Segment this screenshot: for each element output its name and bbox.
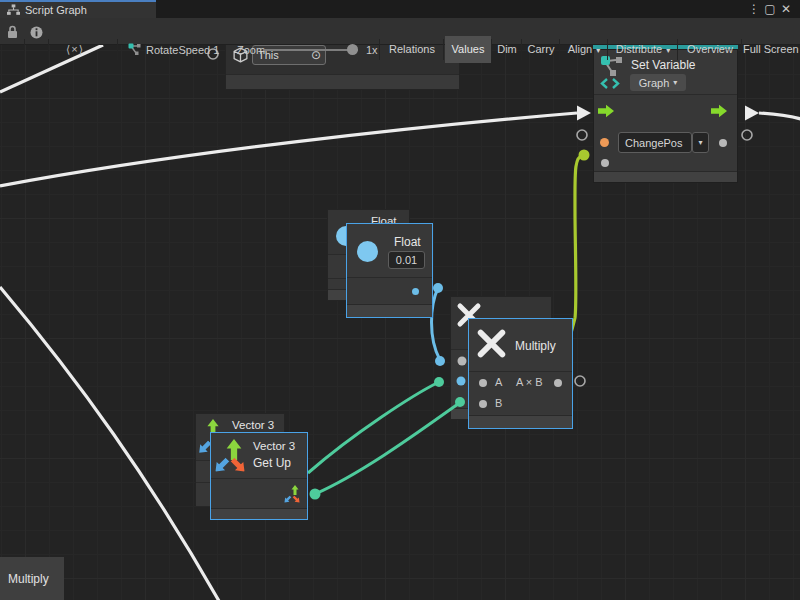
graph-icon <box>7 4 20 16</box>
caret-down-icon: ▾ <box>666 46 670 55</box>
toolbar-button-carry[interactable]: Carry <box>523 36 559 63</box>
port-label-b: B <box>495 397 502 409</box>
status-label-box: Multiply <box>0 557 64 600</box>
node-title: Vector 3 <box>253 440 295 452</box>
variable-scope-dropdown[interactable]: Graph ▾ <box>630 74 686 91</box>
node-multiply[interactable]: Multiply A A × B B <box>468 318 573 429</box>
caret-down-icon: ▾ <box>673 78 677 87</box>
zoom-label: Zoom <box>237 44 265 56</box>
node-operation: Get Up <box>253 456 291 470</box>
float-icon <box>357 241 378 262</box>
variable-name-dropdown[interactable]: ▾ <box>692 132 709 153</box>
graph-breadcrumb-icon <box>128 43 141 56</box>
control-input-arrow-icon[interactable] <box>598 103 614 119</box>
node-title: Float <box>394 235 421 249</box>
toolbar-button-full-screen[interactable]: Full Screen <box>743 36 800 63</box>
breadcrumb-graph-title[interactable]: RotateSpeed 1 <box>146 44 219 56</box>
port-variable-name-in[interactable] <box>600 138 609 147</box>
toolbar-button-values[interactable]: Values <box>445 36 491 63</box>
tab-bar: Script Graph ⋮ ▢ ✕ <box>0 0 800 18</box>
port-label-a: A <box>495 376 502 388</box>
window-menu-icon[interactable]: ⋮ <box>748 1 760 17</box>
node-title: Vector 3 <box>232 419 274 431</box>
port-multiply-out[interactable] <box>554 379 562 387</box>
toolbar-button-dim[interactable]: Dim <box>493 36 521 63</box>
zoom-value: 1x <box>366 44 378 56</box>
graph-toolbar: ⟨×⟩ RotateSpeed 1 Zoom 1x Relations Valu… <box>0 18 800 45</box>
caret-down-icon: ▾ <box>596 46 600 55</box>
info-icon <box>30 26 43 39</box>
node-title: Multiply <box>515 339 556 353</box>
port-multiply-b[interactable] <box>479 400 487 408</box>
node-set-variable[interactable]: Set Variable Graph ▾ ChangePos <box>593 43 738 183</box>
variable-name-field[interactable]: ChangePos <box>618 132 692 153</box>
multiply-icon <box>477 329 506 358</box>
script-graph-window: Float Vector 3 <box>0 0 800 600</box>
x-glyph-icon: × <box>71 43 78 55</box>
toolbar-button-relations[interactable]: Relations <box>381 36 443 63</box>
port-label-axb: A × B <box>516 376 543 388</box>
port-multiply-a[interactable] <box>479 379 487 387</box>
port-variable-out[interactable] <box>719 139 727 147</box>
window-maximize-icon[interactable]: ▢ <box>763 1 777 17</box>
node-float[interactable]: Float 0.01 <box>346 223 433 318</box>
lock-button[interactable] <box>6 25 19 43</box>
zoom-slider-track[interactable] <box>263 49 358 51</box>
float-value-field[interactable]: 0.01 <box>388 251 425 269</box>
tab-script-graph[interactable]: Script Graph <box>0 0 156 18</box>
toolbar-button-distribute[interactable]: Distribute▾ <box>609 36 677 63</box>
status-label: Multiply <box>8 572 49 586</box>
caret-down-icon: ▾ <box>698 138 702 147</box>
control-output-arrow-icon[interactable] <box>711 103 727 119</box>
toolbar-button-overview[interactable]: Overview <box>679 36 741 63</box>
node-vector3-get-up[interactable]: Vector 3 Get Up <box>210 432 308 520</box>
angle-right-icon: ⟩ <box>79 43 84 55</box>
zoom-slider-handle[interactable] <box>347 44 358 55</box>
lock-icon <box>6 25 19 39</box>
code-view-button[interactable]: ⟨×⟩ <box>66 36 84 63</box>
toolbar-button-align[interactable]: Align▾ <box>561 36 607 63</box>
window-close-icon[interactable]: ✕ <box>779 1 793 17</box>
info-button[interactable] <box>30 25 43 43</box>
port-float-out[interactable] <box>412 288 419 295</box>
tab-label: Script Graph <box>25 4 87 16</box>
port-value-in[interactable] <box>601 159 609 167</box>
vector3-output-icon[interactable] <box>283 485 301 504</box>
